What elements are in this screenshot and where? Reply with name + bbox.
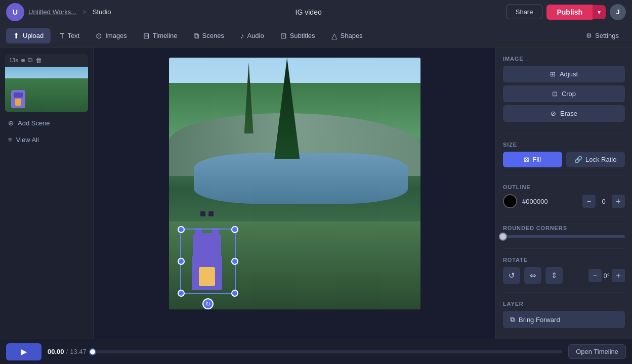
play-button[interactable]: ▶ xyxy=(6,343,41,360)
rotate-minus-icon: － xyxy=(591,270,599,281)
copy-icon[interactable]: ⧉ xyxy=(28,56,32,64)
text-button[interactable]: T Text xyxy=(53,28,87,43)
image-section: IMAGE ⊞ Adjust ⊡ Crop ⊘ Erase xyxy=(503,56,625,125)
adjust-button[interactable]: ⊞ Adjust xyxy=(503,66,625,82)
outline-section: OUTLINE #000000 － 0 ＋ xyxy=(503,184,625,208)
rotate-handle[interactable]: ↻ xyxy=(202,298,214,309)
add-scene-button[interactable]: ⊕ Add Scene xyxy=(5,117,88,129)
char-face xyxy=(197,207,217,221)
crop-icon: ⊡ xyxy=(552,90,558,98)
scene-character-overlay xyxy=(11,90,25,108)
user-avatar[interactable]: J xyxy=(610,4,626,20)
handle-mid-right[interactable] xyxy=(231,258,238,265)
publish-button[interactable]: Publish xyxy=(546,5,593,20)
rotate-increase-button[interactable]: ＋ xyxy=(612,269,625,282)
open-timeline-button[interactable]: Open Timeline xyxy=(568,344,626,359)
rotate-ccw-icon: ↺ xyxy=(509,271,515,280)
layer-section: LAYER ⧉ Bring Forward xyxy=(503,301,625,328)
progress-bar[interactable] xyxy=(93,350,562,353)
progress-thumb[interactable] xyxy=(89,348,96,355)
upload-button[interactable]: ⬆ Upload xyxy=(6,28,51,43)
timeline-label: Timeline xyxy=(153,32,178,39)
fill-button[interactable]: ⊠ Fill xyxy=(503,152,562,167)
flip-horizontal-button[interactable]: ⇔ xyxy=(524,267,541,284)
fill-label: Fill xyxy=(532,156,541,163)
crop-button[interactable]: ⊡ Crop xyxy=(503,85,625,102)
scenes-button[interactable]: ⧉ Scenes xyxy=(187,28,231,43)
lock-ratio-button[interactable]: 🔗 Lock Ratio xyxy=(566,152,625,167)
timeline-icon: ⊟ xyxy=(143,31,150,40)
rotate-ccw-button[interactable]: ↺ xyxy=(503,267,520,284)
trash-icon[interactable]: 🗑 xyxy=(35,57,42,64)
scene-controls: 13s ≡ ⧉ 🗑 xyxy=(5,54,88,67)
minus-icon: － xyxy=(585,196,593,207)
crop-label: Crop xyxy=(562,90,576,98)
shapes-label: Shapes xyxy=(341,32,363,39)
outline-section-label: OUTLINE xyxy=(503,184,625,190)
handle-bottom-left[interactable] xyxy=(178,290,185,297)
subtitles-button[interactable]: ⊡ Subtitles xyxy=(273,28,322,43)
outline-color-picker[interactable] xyxy=(503,194,517,208)
layer-section-label: LAYER xyxy=(503,301,625,307)
workspace-avatar: U xyxy=(6,3,24,21)
add-scene-label: Add Scene xyxy=(18,119,50,127)
rotate-section: ROTATE ↺ ⇔ ⇕ － 0° ＋ xyxy=(503,257,625,284)
divider-3 xyxy=(503,216,625,217)
caret-down-icon: ▾ xyxy=(598,9,601,16)
images-button[interactable]: ⊙ Images xyxy=(89,28,134,43)
handle-bottom-right[interactable] xyxy=(231,290,238,297)
flip-v-icon: ⇕ xyxy=(551,271,558,280)
workspace-link[interactable]: Untitled Works... xyxy=(28,8,76,16)
layer-icon: ⧉ xyxy=(510,315,515,324)
publish-caret-button[interactable]: ▾ xyxy=(593,5,606,19)
settings-label: Settings xyxy=(595,32,619,39)
bring-forward-label: Bring Forward xyxy=(519,316,560,324)
flip-vertical-button[interactable]: ⇕ xyxy=(545,267,563,284)
view-all-button[interactable]: ≡ View All xyxy=(5,134,88,146)
scene-thumbnail: 13s ≡ ⧉ 🗑 xyxy=(5,54,88,112)
outline-row: #000000 － 0 ＋ xyxy=(503,194,625,208)
divider-4 xyxy=(503,248,625,249)
erase-button[interactable]: ⊘ Erase xyxy=(503,105,625,122)
share-button[interactable]: Share xyxy=(506,5,543,19)
rotate-decrease-button[interactable]: － xyxy=(588,269,602,282)
project-title: IG video xyxy=(116,8,501,16)
rounded-corners-slider-track[interactable] xyxy=(503,235,625,238)
handle-top-right[interactable] xyxy=(231,226,238,233)
audio-button[interactable]: ♪ Audio xyxy=(233,28,271,43)
play-icon: ▶ xyxy=(21,347,27,356)
canvas-container[interactable]: ↻ xyxy=(169,58,420,309)
lock-ratio-label: Lock Ratio xyxy=(585,156,616,163)
breadcrumb-separator: > xyxy=(82,8,87,16)
total-time: 13.47 xyxy=(70,348,87,355)
water-layer xyxy=(194,153,407,204)
flip-h-icon: ⇔ xyxy=(530,271,536,280)
rounded-corners-slider-thumb[interactable] xyxy=(499,233,507,241)
handle-mid-left[interactable] xyxy=(178,258,185,265)
shapes-button[interactable]: △ Shapes xyxy=(324,28,370,43)
divider-2 xyxy=(503,175,625,176)
plus-icon: ＋ xyxy=(614,196,622,207)
bring-forward-button[interactable]: ⧉ Bring Forward xyxy=(503,311,625,328)
list-icon[interactable]: ≡ xyxy=(21,57,25,64)
topbar-actions: Share Publish ▾ J xyxy=(506,4,626,20)
rotate-controls: ↺ ⇔ ⇕ － 0° ＋ xyxy=(503,267,625,284)
timeline-bar: ▶ 00.00 / 13.47 Open Timeline xyxy=(0,339,632,364)
shapes-icon: △ xyxy=(331,31,338,40)
upload-icon: ⬆ xyxy=(13,31,20,40)
outline-decrease-button[interactable]: － xyxy=(582,195,596,208)
toolbar: ⬆ Upload T Text ⊙ Images ⊟ Timeline ⧉ Sc… xyxy=(0,24,632,48)
timeline-button[interactable]: ⊟ Timeline xyxy=(136,28,185,43)
size-section-label: SIZE xyxy=(503,142,625,148)
scenes-label: Scenes xyxy=(202,32,224,39)
size-section: SIZE ⊠ Fill 🔗 Lock Ratio xyxy=(503,142,625,167)
handle-top-left[interactable] xyxy=(178,226,185,233)
rounded-corners-section: ROUNDED CORNERS xyxy=(503,225,625,240)
settings-button[interactable]: ⚙ Settings xyxy=(579,29,626,42)
divider-5 xyxy=(503,292,625,293)
main-content: 13s ≡ ⧉ 🗑 ⊕ Add Scene ≡ View All xyxy=(0,48,632,339)
char-eye-right xyxy=(208,211,214,216)
lock-icon: 🔗 xyxy=(574,156,582,163)
current-time: 00.00 xyxy=(48,348,64,355)
outline-increase-button[interactable]: ＋ xyxy=(612,195,625,208)
